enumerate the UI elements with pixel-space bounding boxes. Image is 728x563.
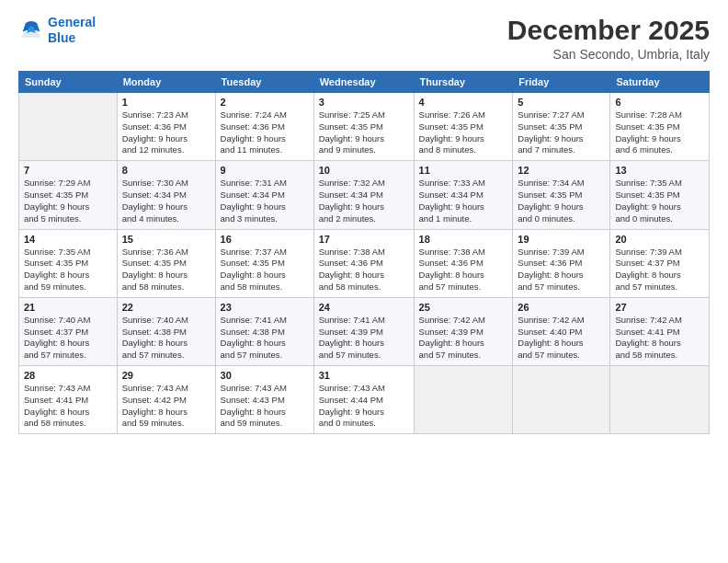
day-number: 26 bbox=[518, 302, 605, 313]
day-number: 5 bbox=[518, 97, 605, 108]
day-detail: Sunrise: 7:40 AM Sunset: 4:37 PM Dayligh… bbox=[24, 315, 112, 362]
day-number: 28 bbox=[24, 370, 112, 381]
day-detail: Sunrise: 7:41 AM Sunset: 4:38 PM Dayligh… bbox=[221, 315, 309, 362]
day-number: 13 bbox=[615, 165, 704, 176]
calendar-week-row: 7Sunrise: 7:29 AM Sunset: 4:35 PM Daylig… bbox=[19, 161, 710, 229]
calendar-cell bbox=[610, 366, 710, 434]
day-detail: Sunrise: 7:39 AM Sunset: 4:36 PM Dayligh… bbox=[518, 247, 605, 293]
day-detail: Sunrise: 7:42 AM Sunset: 4:39 PM Dayligh… bbox=[419, 315, 508, 362]
day-detail: Sunrise: 7:42 AM Sunset: 4:40 PM Dayligh… bbox=[518, 315, 605, 362]
calendar-cell: 27Sunrise: 7:42 AM Sunset: 4:41 PM Dayli… bbox=[610, 297, 710, 365]
calendar-cell bbox=[513, 366, 610, 434]
calendar-cell: 6Sunrise: 7:28 AM Sunset: 4:35 PM Daylig… bbox=[610, 93, 710, 161]
day-number: 2 bbox=[221, 97, 309, 108]
calendar-cell: 8Sunrise: 7:30 AM Sunset: 4:34 PM Daylig… bbox=[117, 161, 215, 229]
day-detail: Sunrise: 7:38 AM Sunset: 4:36 PM Dayligh… bbox=[319, 247, 409, 293]
day-number: 10 bbox=[319, 165, 409, 176]
day-number: 11 bbox=[419, 165, 508, 176]
calendar-cell bbox=[19, 93, 118, 161]
day-detail: Sunrise: 7:27 AM Sunset: 4:35 PM Dayligh… bbox=[518, 109, 605, 156]
logo: General Blue bbox=[18, 15, 96, 46]
calendar-cell: 17Sunrise: 7:38 AM Sunset: 4:36 PM Dayli… bbox=[313, 229, 414, 297]
header-tuesday: Tuesday bbox=[215, 72, 313, 93]
day-number: 14 bbox=[24, 234, 112, 245]
day-number: 29 bbox=[122, 370, 210, 381]
calendar-week-row: 21Sunrise: 7:40 AM Sunset: 4:37 PM Dayli… bbox=[19, 297, 710, 365]
calendar-cell: 16Sunrise: 7:37 AM Sunset: 4:35 PM Dayli… bbox=[215, 229, 313, 297]
day-number: 18 bbox=[419, 234, 508, 245]
calendar-cell: 9Sunrise: 7:31 AM Sunset: 4:34 PM Daylig… bbox=[215, 161, 313, 229]
day-number: 25 bbox=[419, 302, 508, 313]
day-detail: Sunrise: 7:28 AM Sunset: 4:35 PM Dayligh… bbox=[615, 109, 704, 156]
calendar-table: SundayMondayTuesdayWednesdayThursdayFrid… bbox=[18, 71, 710, 434]
calendar-week-row: 1Sunrise: 7:23 AM Sunset: 4:36 PM Daylig… bbox=[19, 93, 710, 161]
day-number: 17 bbox=[319, 234, 409, 245]
day-detail: Sunrise: 7:43 AM Sunset: 4:42 PM Dayligh… bbox=[122, 383, 210, 430]
day-detail: Sunrise: 7:24 AM Sunset: 4:36 PM Dayligh… bbox=[221, 109, 309, 156]
day-number: 8 bbox=[122, 165, 210, 176]
day-number: 30 bbox=[221, 370, 309, 381]
calendar-cell: 1Sunrise: 7:23 AM Sunset: 4:36 PM Daylig… bbox=[117, 93, 215, 161]
page: General Blue December 2025 San Secondo, … bbox=[0, 0, 728, 563]
day-detail: Sunrise: 7:43 AM Sunset: 4:44 PM Dayligh… bbox=[319, 383, 409, 430]
header-thursday: Thursday bbox=[414, 72, 513, 93]
calendar-cell: 3Sunrise: 7:25 AM Sunset: 4:35 PM Daylig… bbox=[313, 93, 414, 161]
day-detail: Sunrise: 7:36 AM Sunset: 4:35 PM Dayligh… bbox=[122, 247, 210, 293]
calendar-cell: 24Sunrise: 7:41 AM Sunset: 4:39 PM Dayli… bbox=[313, 297, 414, 365]
calendar-cell: 18Sunrise: 7:38 AM Sunset: 4:36 PM Dayli… bbox=[414, 229, 513, 297]
calendar-cell: 11Sunrise: 7:33 AM Sunset: 4:34 PM Dayli… bbox=[414, 161, 513, 229]
day-number: 24 bbox=[319, 302, 409, 313]
calendar-cell: 26Sunrise: 7:42 AM Sunset: 4:40 PM Dayli… bbox=[513, 297, 610, 365]
day-detail: Sunrise: 7:39 AM Sunset: 4:37 PM Dayligh… bbox=[615, 247, 704, 293]
day-number: 7 bbox=[24, 165, 112, 176]
day-detail: Sunrise: 7:43 AM Sunset: 4:43 PM Dayligh… bbox=[221, 383, 309, 430]
day-detail: Sunrise: 7:42 AM Sunset: 4:41 PM Dayligh… bbox=[615, 315, 704, 362]
day-number: 19 bbox=[518, 234, 605, 245]
calendar-cell: 29Sunrise: 7:43 AM Sunset: 4:42 PM Dayli… bbox=[117, 366, 215, 434]
day-number: 1 bbox=[122, 97, 210, 108]
day-detail: Sunrise: 7:23 AM Sunset: 4:36 PM Dayligh… bbox=[122, 109, 210, 156]
logo-icon bbox=[18, 17, 44, 43]
day-detail: Sunrise: 7:38 AM Sunset: 4:36 PM Dayligh… bbox=[419, 247, 508, 293]
calendar-cell: 7Sunrise: 7:29 AM Sunset: 4:35 PM Daylig… bbox=[19, 161, 118, 229]
day-number: 9 bbox=[221, 165, 309, 176]
header-wednesday: Wednesday bbox=[313, 72, 414, 93]
day-number: 22 bbox=[122, 302, 210, 313]
header-monday: Monday bbox=[117, 72, 215, 93]
day-detail: Sunrise: 7:41 AM Sunset: 4:39 PM Dayligh… bbox=[319, 315, 409, 362]
day-detail: Sunrise: 7:25 AM Sunset: 4:35 PM Dayligh… bbox=[319, 109, 409, 156]
calendar-cell: 22Sunrise: 7:40 AM Sunset: 4:38 PM Dayli… bbox=[117, 297, 215, 365]
calendar-cell: 5Sunrise: 7:27 AM Sunset: 4:35 PM Daylig… bbox=[513, 93, 610, 161]
day-detail: Sunrise: 7:30 AM Sunset: 4:34 PM Dayligh… bbox=[122, 178, 210, 224]
day-number: 3 bbox=[319, 97, 409, 108]
calendar-cell bbox=[414, 366, 513, 434]
calendar-header-row: SundayMondayTuesdayWednesdayThursdayFrid… bbox=[19, 72, 710, 93]
day-detail: Sunrise: 7:35 AM Sunset: 4:35 PM Dayligh… bbox=[615, 178, 704, 224]
calendar-cell: 21Sunrise: 7:40 AM Sunset: 4:37 PM Dayli… bbox=[19, 297, 118, 365]
day-number: 20 bbox=[615, 234, 704, 245]
day-number: 23 bbox=[221, 302, 309, 313]
day-number: 16 bbox=[221, 234, 309, 245]
day-number: 31 bbox=[319, 370, 409, 381]
day-number: 12 bbox=[518, 165, 605, 176]
calendar-cell: 13Sunrise: 7:35 AM Sunset: 4:35 PM Dayli… bbox=[610, 161, 710, 229]
calendar-cell: 31Sunrise: 7:43 AM Sunset: 4:44 PM Dayli… bbox=[313, 366, 414, 434]
day-number: 4 bbox=[419, 97, 508, 108]
calendar-cell: 25Sunrise: 7:42 AM Sunset: 4:39 PM Dayli… bbox=[414, 297, 513, 365]
day-detail: Sunrise: 7:37 AM Sunset: 4:35 PM Dayligh… bbox=[221, 247, 309, 293]
day-detail: Sunrise: 7:26 AM Sunset: 4:35 PM Dayligh… bbox=[419, 109, 508, 156]
calendar-cell: 23Sunrise: 7:41 AM Sunset: 4:38 PM Dayli… bbox=[215, 297, 313, 365]
calendar-cell: 2Sunrise: 7:24 AM Sunset: 4:36 PM Daylig… bbox=[215, 93, 313, 161]
day-detail: Sunrise: 7:32 AM Sunset: 4:34 PM Dayligh… bbox=[319, 178, 409, 224]
header-sunday: Sunday bbox=[19, 72, 118, 93]
calendar-cell: 10Sunrise: 7:32 AM Sunset: 4:34 PM Dayli… bbox=[313, 161, 414, 229]
location: San Secondo, Umbria, Italy bbox=[507, 47, 710, 62]
calendar-cell: 12Sunrise: 7:34 AM Sunset: 4:35 PM Dayli… bbox=[513, 161, 610, 229]
day-number: 6 bbox=[615, 97, 704, 108]
day-detail: Sunrise: 7:43 AM Sunset: 4:41 PM Dayligh… bbox=[24, 383, 112, 430]
calendar-week-row: 14Sunrise: 7:35 AM Sunset: 4:35 PM Dayli… bbox=[19, 229, 710, 297]
calendar-cell: 19Sunrise: 7:39 AM Sunset: 4:36 PM Dayli… bbox=[513, 229, 610, 297]
day-number: 27 bbox=[615, 302, 704, 313]
header-saturday: Saturday bbox=[610, 72, 710, 93]
calendar-cell: 20Sunrise: 7:39 AM Sunset: 4:37 PM Dayli… bbox=[610, 229, 710, 297]
